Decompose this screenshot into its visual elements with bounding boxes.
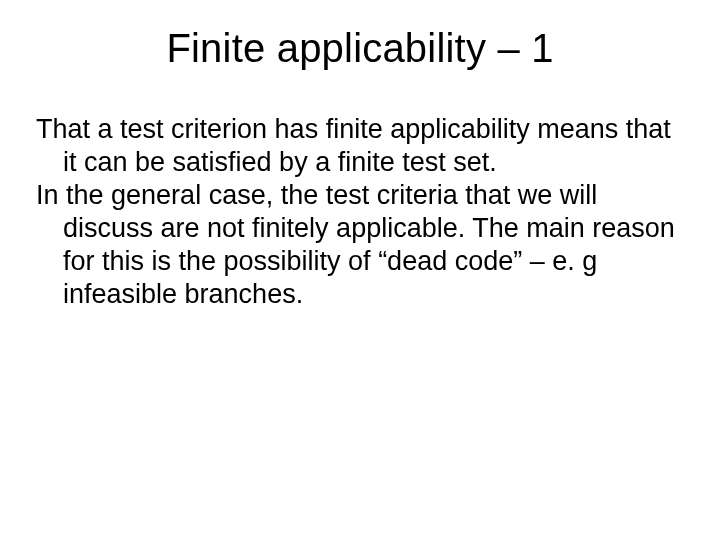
paragraph-2: In the general case, the test criteria t… bbox=[36, 179, 684, 311]
paragraph-2-text: In the general case, the test criteria t… bbox=[36, 179, 684, 311]
slide-body: That a test criterion has finite applica… bbox=[36, 113, 684, 311]
paragraph-1: That a test criterion has finite applica… bbox=[36, 113, 684, 179]
paragraph-1-text: That a test criterion has finite applica… bbox=[36, 113, 684, 179]
slide: Finite applicability – 1 That a test cri… bbox=[0, 0, 720, 540]
slide-title: Finite applicability – 1 bbox=[36, 26, 684, 71]
